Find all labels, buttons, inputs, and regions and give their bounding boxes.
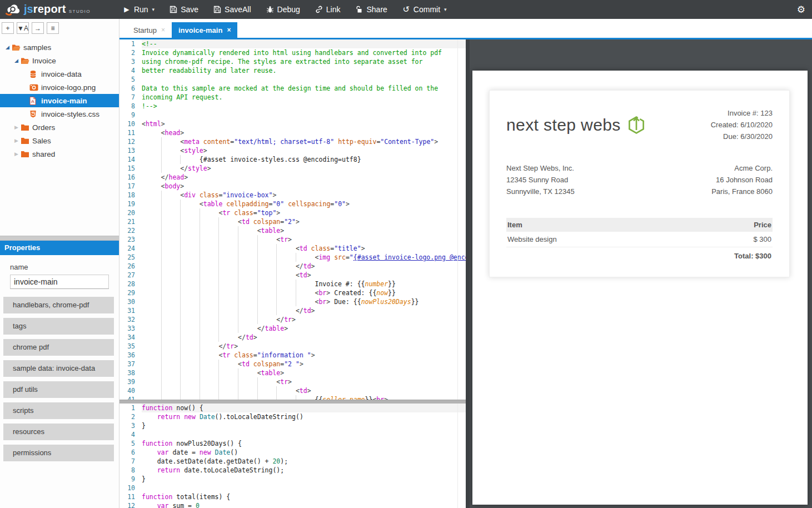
green-cube-arrow-icon [626,114,646,136]
logo-studio-text: STUDIO [69,9,91,14]
editor-overview-ruler [457,39,458,400]
code-line: 15</style> [119,164,466,173]
code-line: 8return date.toLocaleDateString(); [119,466,466,475]
tab-bar: Startup×invoice-main× [119,19,812,38]
close-icon[interactable]: × [227,26,231,34]
saveall-button[interactable]: SaveAll [213,5,251,14]
tree-item-invoice-main[interactable]: invoice-main [0,94,119,107]
code-line: 33</table> [119,324,466,333]
invoice-meta: Invoice #: 123Created: 6/10/2020Due: 6/3… [711,107,773,142]
code-line: 11<head> [119,128,466,137]
tab-label: invoice-main [178,26,222,34]
seller-address-line: Sunnyville, TX 12345 [506,186,575,197]
invoice-box: next step webs Invoice #: 123Created: 6/… [489,90,790,277]
image-icon [29,84,40,91]
invoice-meta-line: Due: 6/30/2020 [711,131,773,142]
invoice-table-rows: Website design$ 300 [506,232,773,247]
debug-button[interactable]: Debug [266,5,300,14]
link-button[interactable]: Link [315,5,341,14]
button-label: Link [326,5,341,14]
code-line: 22<table> [119,226,466,235]
invoice-total: Total: $300 [506,247,773,260]
entity-tree-toolbar: +▼A→≡ [0,19,119,37]
tree-toolbar-add-button[interactable]: + [2,22,14,34]
section-tags[interactable]: tags [3,318,114,335]
tree-item-label: Orders [32,123,55,132]
tree-toolbar-locate-button[interactable]: → [32,22,44,34]
invoice-item-row: Website design$ 300 [506,232,773,247]
section-permissions[interactable]: permissions [3,445,114,461]
tree-item-label: Sales [32,137,51,145]
button-label: Share [366,5,387,14]
save-button[interactable]: Save [170,5,198,14]
tree-toolbar-menu-button[interactable]: ≡ [47,22,59,34]
play-icon: ▶ [123,6,131,13]
tab-invoice-main[interactable]: invoice-main× [172,22,237,38]
code-line: 2Invoice dynamically rendered into html … [119,48,466,57]
expand-triangle-icon[interactable]: ▶ [12,124,21,130]
editor-splitter[interactable] [119,400,466,404]
template-code-editor[interactable]: 1<!--2Invoice dynamically rendered into … [119,39,466,400]
code-line: 38<table> [119,368,466,377]
code-line: 17<body> [119,182,466,191]
section-scripts[interactable]: scripts [3,402,114,419]
tree-item-Sales[interactable]: ▶Sales [0,134,119,147]
sidebar-splitter[interactable] [0,236,119,241]
properties-sections: handlebars, chrome-pdftagschrome pdfsamp… [0,297,119,461]
name-label: name [10,263,119,271]
code-line: 2return new Date().toLocaleDateString() [119,412,466,421]
folder-icon [21,151,31,158]
seller-address-line: 12345 Sunny Road [506,174,575,186]
run-button[interactable]: ▶Run▾ [123,5,155,14]
data-icon [29,70,40,78]
section-resources[interactable]: resources [3,424,114,440]
invoice-meta-line: Invoice #: 123 [711,107,773,119]
code-line: 10 [119,484,466,492]
button-label: Run [134,5,148,14]
code-line: 20<tr class="top"> [119,208,466,217]
invoice-logo-text: next step webs [506,116,621,135]
collapse-triangle-icon[interactable]: ◢ [3,44,12,50]
tree-item-shared[interactable]: ▶shared [0,147,119,161]
code-line: 4 [119,430,466,439]
folderOpen-icon [21,57,31,64]
tree-item-label: samples [23,43,51,52]
template-icon [29,97,40,105]
helpers-code-editor[interactable]: 1function now() {2return new Date().toLo… [119,404,466,508]
tree-item-invoice-logo.png[interactable]: invoice-logo.png [0,81,119,94]
code-line: 40<td> [119,386,466,395]
tree-item-invoice-styles.css[interactable]: invoice-styles.css [0,107,119,121]
cloud-magnifier-icon [4,3,21,16]
name-input[interactable] [10,275,109,289]
code-line: 4better readability and later reuse. [119,66,466,75]
jsreport-logo[interactable]: jsreport STUDIO [4,3,91,16]
expand-triangle-icon[interactable]: ▶ [12,138,21,143]
commit-button[interactable]: ↺Commit▾ [402,5,447,14]
button-label: SaveAll [225,5,251,14]
tab-Startup[interactable]: Startup× [127,22,172,38]
invoice-table-header: Item Price [506,218,773,232]
share-button[interactable]: Share [355,5,387,14]
tree-item-invoice-data[interactable]: invoice-data [0,67,119,81]
section-chrome-pdf[interactable]: chrome pdf [3,339,114,356]
buyer-address-line: Paris, France 8060 [711,186,773,197]
expand-triangle-icon[interactable]: ▶ [12,151,21,157]
code-line: 26</td> [119,262,466,271]
section-handlebars-chrome-pdf[interactable]: handlebars, chrome-pdf [3,297,114,313]
tree-item-Orders[interactable]: ▶Orders [0,121,119,134]
code-line: 19<table cellpadding="0" cellspacing="0"… [119,200,466,208]
collapse-triangle-icon[interactable]: ◢ [12,58,21,63]
tree-item-samples[interactable]: ◢samples [0,41,119,54]
section-sample-data-invoice-data[interactable]: sample data: invoice-data [3,360,114,377]
tree-toolbar-filter-button[interactable]: ▼A [17,22,29,34]
section-pdf-utils[interactable]: pdf utils [3,381,114,398]
folderOpen-icon [12,44,22,51]
code-line: 30<br> Due: {{nowPlus20Days}} [119,297,466,306]
code-line: 12var sum = 0 [119,501,466,508]
pdf-page: next step webs Invoice #: 123Created: 6/… [472,71,808,505]
code-line: 3} [119,421,466,430]
tree-item-Invoice[interactable]: ◢Invoice [0,54,119,67]
close-icon[interactable]: × [161,26,165,34]
settings-gear-icon[interactable]: ⚙ [797,0,805,19]
preview-splitter[interactable] [466,39,470,508]
